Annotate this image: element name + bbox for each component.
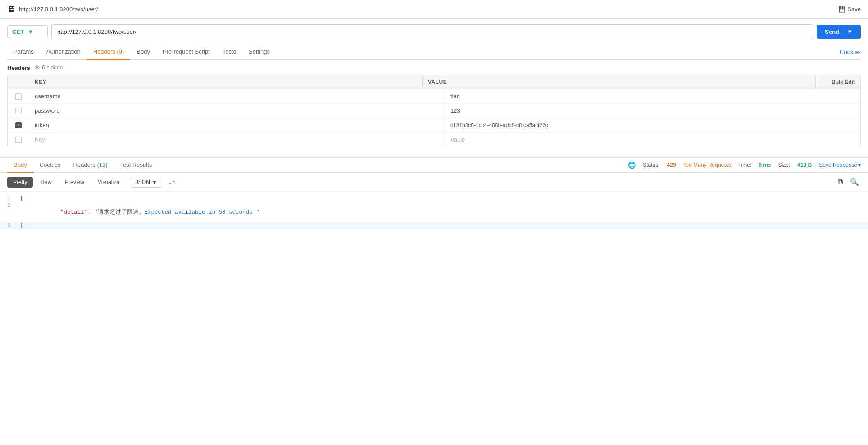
tab-params[interactable]: Params xyxy=(7,45,40,60)
tab-prerequest[interactable]: Pre-request Script xyxy=(156,45,216,60)
table-row: password 123 xyxy=(8,104,860,118)
format-select[interactable]: JSON ▼ xyxy=(131,177,162,188)
top-bar: 🖥 http://127.0.0.1:8200/two/user/ 💾 Save xyxy=(0,0,868,19)
code-line-3: 3 } xyxy=(0,222,868,229)
row-check-4[interactable] xyxy=(8,133,29,147)
code-line-2: 2 "detail": "请求超过了限速。Expected available … xyxy=(0,202,868,222)
response-headers-badge: (11) xyxy=(97,161,107,168)
table-row: Key Value xyxy=(8,133,860,147)
col-key-header: Key xyxy=(29,75,423,89)
line-num-2: 2 xyxy=(0,202,18,222)
format-bar: Pretty Raw Preview Visualize JSON ▼ ⇌ ⧉ … xyxy=(0,173,868,192)
eye-icon: 👁 xyxy=(34,64,40,71)
line-content-1: { xyxy=(18,195,868,202)
col-bulk-header[interactable]: Bulk Edit xyxy=(815,75,860,89)
checkbox-1[interactable] xyxy=(15,93,22,100)
icon-buttons: ⧉ 🔍 xyxy=(836,176,861,188)
status-label: Status: xyxy=(643,162,659,168)
raw-button[interactable]: Raw xyxy=(35,177,57,188)
row-key-1[interactable]: username xyxy=(29,89,445,103)
http-icon: 🖥 xyxy=(7,5,15,14)
save-button[interactable]: 💾 Save xyxy=(838,6,861,13)
save-response-caret-icon: ▾ xyxy=(858,162,861,168)
response-tab-cookies[interactable]: Cookies xyxy=(33,158,67,173)
col-value-header: Value xyxy=(423,75,815,89)
row-check-2[interactable] xyxy=(8,104,29,118)
row-value-4[interactable]: Value xyxy=(445,133,860,147)
response-status: 🌐 Status: 429 Too Many Requests Time: 8 … xyxy=(628,161,861,169)
time-value: 8 ms xyxy=(759,162,771,168)
response-tab-body[interactable]: Body xyxy=(7,158,33,173)
hidden-badge: 👁 6 hidden xyxy=(34,64,63,71)
url-bar: GET ▼ Send ▼ xyxy=(7,24,861,39)
code-view: 1 { 2 "detail": "请求超过了限速。Expected availa… xyxy=(0,192,868,233)
method-label: GET xyxy=(12,28,24,35)
row-value-1[interactable]: tian xyxy=(445,89,860,103)
row-value-2[interactable]: 123 xyxy=(445,104,860,118)
table-row: token c131b3c0-1cc4-488b-adc8-cfbca5acf2… xyxy=(8,118,860,133)
save-response-button[interactable]: Save Response ▾ xyxy=(819,162,861,168)
url-input[interactable] xyxy=(51,24,813,39)
row-key-3[interactable]: token xyxy=(29,118,445,132)
row-check-1[interactable] xyxy=(8,90,29,103)
tab-authorization[interactable]: Authorization xyxy=(40,45,87,60)
response-tab-headers[interactable]: Headers (11) xyxy=(67,158,114,173)
line-content-3: } xyxy=(18,222,868,229)
method-caret-icon: ▼ xyxy=(28,28,34,35)
checkbox-4[interactable] xyxy=(15,137,22,143)
visualize-button[interactable]: Visualize xyxy=(92,177,125,188)
row-key-4[interactable]: Key xyxy=(29,133,445,147)
send-button[interactable]: Send ▼ xyxy=(817,25,861,39)
save-icon: 💾 xyxy=(838,6,845,13)
send-caret-icon[interactable]: ▼ xyxy=(843,28,853,35)
checkbox-3[interactable] xyxy=(15,122,22,128)
wrap-button[interactable]: ⇌ xyxy=(167,175,177,188)
globe-icon: 🌐 xyxy=(628,161,636,169)
status-message: Too Many Requests xyxy=(683,162,731,168)
code-line-1: 1 { xyxy=(0,195,868,202)
tab-tests[interactable]: Tests xyxy=(216,45,242,60)
pretty-button[interactable]: Pretty xyxy=(7,177,33,188)
line-content-2: "detail": "请求超过了限速。Expected available in… xyxy=(18,202,868,222)
table-row: username tian xyxy=(8,89,860,104)
size-label: Size: xyxy=(778,162,791,168)
json-indent xyxy=(47,209,60,216)
checkbox-2[interactable] xyxy=(15,108,22,114)
tab-body[interactable]: Body xyxy=(130,45,156,60)
row-check-3[interactable] xyxy=(8,119,29,132)
response-tab-tests[interactable]: Test Results xyxy=(114,158,159,173)
cookies-link[interactable]: Cookies xyxy=(840,45,861,59)
row-value-3[interactable]: c131b3c0-1cc4-488b-adc8-cfbca5acf26c xyxy=(445,119,860,132)
response-area: Body Cookies Headers (11) Test Results 🌐… xyxy=(0,158,868,233)
tab-headers[interactable]: Headers (9) xyxy=(87,45,131,60)
headers-table-header: Key Value Bulk Edit xyxy=(8,75,860,89)
headers-badge: (9) xyxy=(117,48,124,55)
headers-label: Headers xyxy=(7,64,30,71)
tab-settings[interactable]: Settings xyxy=(242,45,276,60)
top-bar-left: 🖥 http://127.0.0.1:8200/two/user/ xyxy=(7,5,98,14)
request-tabs: Params Authorization Headers (9) Body Pr… xyxy=(7,45,861,60)
copy-icon[interactable]: ⧉ xyxy=(836,176,845,188)
format-caret-icon: ▼ xyxy=(152,179,157,185)
row-key-2[interactable]: password xyxy=(29,104,445,118)
headers-title-row: Headers 👁 6 hidden xyxy=(7,64,861,71)
status-code: 429 xyxy=(667,162,676,168)
search-icon[interactable]: 🔍 xyxy=(848,176,861,188)
line-num-1: 1 xyxy=(0,195,18,202)
request-area: GET ▼ Send ▼ Params Authorization Header… xyxy=(0,19,868,60)
size-value: 418 B xyxy=(797,162,812,168)
headers-table: Key Value Bulk Edit username tian passwo… xyxy=(7,75,861,147)
headers-section: Headers 👁 6 hidden Key Value Bulk Edit u… xyxy=(0,60,868,147)
col-check-header xyxy=(8,75,29,89)
method-select[interactable]: GET ▼ xyxy=(7,25,48,38)
response-tabs: Body Cookies Headers (11) Test Results 🌐… xyxy=(0,158,868,173)
preview-button[interactable]: Preview xyxy=(59,177,90,188)
time-label: Time: xyxy=(738,162,752,168)
top-bar-url: http://127.0.0.1:8200/two/user/ xyxy=(19,6,98,13)
line-num-3: 3 xyxy=(0,222,18,229)
